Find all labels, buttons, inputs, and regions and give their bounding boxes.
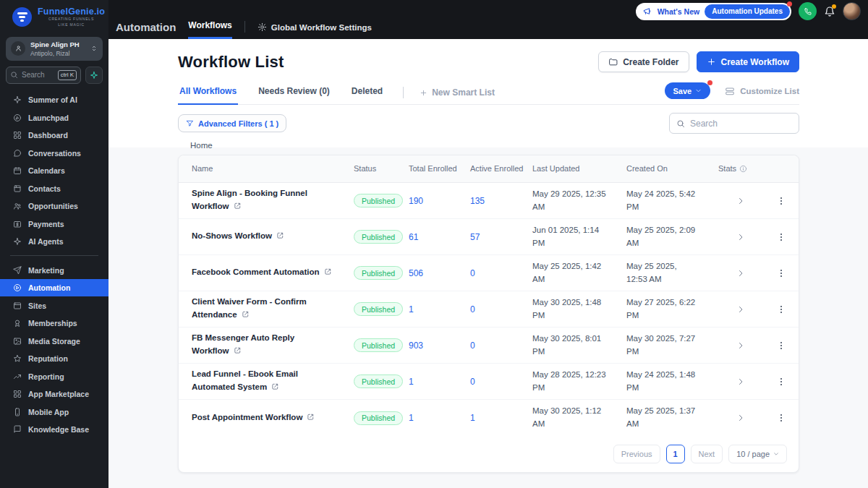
external-link-icon[interactable] — [271, 382, 279, 395]
active-enrolled-link[interactable]: 0 — [470, 341, 475, 351]
active-enrolled-link[interactable]: 1 — [470, 413, 475, 423]
created-on-value: May 25 2025, 2:09 AM — [626, 224, 718, 250]
row-menu-button[interactable] — [776, 413, 786, 423]
workflow-name[interactable]: Facebook Comment Automation — [192, 267, 320, 276]
external-link-icon[interactable] — [234, 346, 242, 359]
workflow-name[interactable]: FB Messenger Auto Reply Workflow — [192, 333, 294, 355]
workflow-name[interactable]: Post Appointment Workflow — [192, 413, 302, 421]
total-enrolled-link[interactable]: 190 — [409, 196, 423, 206]
sidebar-item-summer-of-ai[interactable]: Summer of AI — [0, 91, 109, 109]
table-row: No-Shows Workflow Published 61 57 Jun 01… — [179, 219, 799, 255]
user-avatar[interactable] — [843, 2, 861, 20]
total-enrolled-link[interactable]: 61 — [409, 232, 418, 242]
sidebar-item-marketing[interactable]: Marketing — [0, 261, 109, 279]
sparkles-icon — [13, 237, 22, 246]
total-enrolled-link[interactable]: 1 — [409, 304, 414, 314]
row-menu-button[interactable] — [776, 341, 786, 351]
sidebar-item-sites[interactable]: Sites — [0, 296, 109, 314]
active-enrolled-link[interactable]: 0 — [470, 268, 475, 278]
active-enrolled-link[interactable]: 57 — [470, 232, 480, 242]
ai-assistant-button[interactable] — [85, 67, 103, 84]
workflow-name[interactable]: Lead Funnel - Ebook Email Automated Syst… — [192, 369, 298, 391]
workflow-name[interactable]: No-Shows Workflow — [192, 231, 272, 240]
calendar-icon — [13, 166, 22, 175]
workflow-search-input[interactable]: Search — [669, 113, 799, 134]
sidebar-item-automation[interactable]: Automation — [0, 279, 109, 297]
whats-new-pill[interactable]: What's New Automation Updates — [636, 3, 791, 20]
previous-page-button[interactable]: Previous — [613, 445, 660, 463]
save-alert-dot — [707, 80, 712, 85]
tab-needs-review-0-[interactable]: Needs Review (0) — [257, 86, 331, 104]
total-enrolled-link[interactable]: 903 — [409, 341, 423, 351]
sidebar-item-reporting[interactable]: Reporting — [0, 367, 109, 385]
row-menu-button[interactable] — [776, 377, 786, 387]
tab-workflows[interactable]: Workflows — [188, 20, 231, 39]
row-menu-button[interactable] — [776, 304, 786, 314]
row-expand-chevron[interactable] — [736, 414, 745, 422]
notifications-button[interactable] — [824, 6, 835, 17]
tab-all-workflows[interactable]: All Workflows — [178, 86, 238, 105]
table-row: Post Appointment Workflow Published 1 1 … — [179, 400, 799, 436]
external-link-icon[interactable] — [276, 231, 284, 244]
sidebar-item-ai-agents[interactable]: AI Agents — [0, 233, 109, 251]
active-enrolled-link[interactable]: 0 — [470, 377, 475, 387]
global-workflow-settings-link[interactable]: Global Workflow Settings — [258, 22, 372, 39]
row-expand-chevron[interactable] — [736, 233, 745, 241]
create-folder-button[interactable]: Create Folder — [598, 51, 689, 72]
row-expand-chevron[interactable] — [736, 197, 745, 205]
total-enrolled-link[interactable]: 1 — [409, 377, 414, 387]
grid-icon — [13, 131, 22, 140]
customize-list-button[interactable]: Customize List — [725, 86, 799, 96]
sidebar-item-launchpad[interactable]: Launchpad — [0, 108, 109, 127]
total-enrolled-link[interactable]: 1 — [409, 413, 414, 423]
advanced-filters-button[interactable]: Advanced Filters ( 1 ) — [178, 114, 286, 132]
page-size-select[interactable]: 10 / page — [728, 445, 787, 463]
sidebar-search-input[interactable]: Search ctrl K — [6, 67, 81, 84]
workflow-name[interactable]: Spine Align - Booking Funnel Workflow — [192, 189, 307, 210]
sidebar-item-payments[interactable]: Payments — [0, 215, 109, 233]
pagination: Previous 1 Next 10 / page — [179, 436, 799, 472]
phone-button[interactable] — [799, 2, 817, 20]
row-menu-button[interactable] — [776, 268, 786, 278]
sidebar-item-conversations[interactable]: Conversations — [0, 144, 109, 162]
table-header: Name Status Total Enrolled Active Enroll… — [179, 155, 799, 183]
sidebar-item-calendars[interactable]: Calendars — [0, 162, 109, 180]
row-expand-chevron[interactable] — [736, 305, 745, 314]
external-link-icon[interactable] — [234, 201, 242, 214]
topbar: Automation Workflows Global Workflow Set… — [109, 0, 868, 39]
sidebar-item-media-storage[interactable]: Media Storage — [0, 332, 109, 350]
sidebar-item-contacts[interactable]: Contacts — [0, 179, 109, 197]
save-button[interactable]: Save — [665, 82, 711, 99]
sidebar-nav: Summer of AILaunchpadDashboardConversati… — [0, 91, 109, 439]
sidebar-item-opportunities[interactable]: Opportunities — [0, 197, 109, 215]
sidebar-item-dashboard[interactable]: Dashboard — [0, 127, 109, 145]
new-smart-list-button[interactable]: New Smart List — [420, 87, 495, 104]
create-workflow-button[interactable]: Create Workflow — [697, 51, 799, 72]
sidebar-item-mobile-app[interactable]: Mobile App — [0, 403, 109, 421]
row-expand-chevron[interactable] — [736, 377, 745, 386]
next-page-button[interactable]: Next — [691, 445, 723, 463]
sidebar-item-reputation[interactable]: Reputation — [0, 350, 109, 368]
external-link-icon[interactable] — [242, 309, 250, 322]
automation-updates-button[interactable]: Automation Updates — [705, 4, 790, 19]
row-expand-chevron[interactable] — [736, 269, 745, 278]
external-link-icon[interactable] — [307, 412, 315, 425]
active-enrolled-link[interactable]: 135 — [470, 196, 485, 206]
tab-deleted[interactable]: Deleted — [350, 86, 384, 104]
main-content: Workflow List Create Folder Create Workf… — [109, 39, 868, 488]
row-menu-button[interactable] — [776, 196, 786, 206]
row-menu-button[interactable] — [776, 232, 786, 242]
current-page-button[interactable]: 1 — [666, 445, 685, 463]
sidebar-item-knowledge-base[interactable]: Knowledge Base — [0, 421, 109, 439]
total-enrolled-link[interactable]: 506 — [409, 268, 423, 278]
award-icon — [13, 319, 22, 328]
row-expand-chevron[interactable] — [736, 341, 745, 350]
location-switcher[interactable]: Spine Align PH Antipolo, Rizal — [6, 37, 103, 61]
sidebar-item-app-marketplace[interactable]: App Marketplace — [0, 385, 109, 403]
sidebar-item-memberships[interactable]: Memberships — [0, 314, 109, 333]
external-link-icon[interactable] — [324, 267, 332, 280]
breadcrumb[interactable]: Home — [178, 141, 799, 150]
active-enrolled-link[interactable]: 0 — [470, 304, 475, 314]
brand[interactable]: FunnelGenie.io CREATING FUNNELSLIKE MAGI… — [0, 0, 109, 33]
col-stats: Stats — [718, 163, 770, 174]
